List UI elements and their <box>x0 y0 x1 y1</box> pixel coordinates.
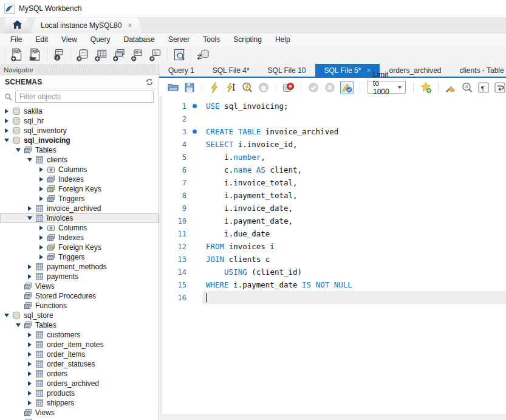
tree-item-products[interactable]: products <box>0 388 159 398</box>
chevron-down-icon[interactable] <box>4 137 10 143</box>
menu-item-help[interactable]: Help <box>268 35 297 44</box>
chevron-right-icon[interactable] <box>27 380 33 387</box>
code-line-11[interactable]: 11 i.due_date <box>159 227 506 240</box>
new-procedure-icon[interactable] <box>128 47 146 63</box>
menu-item-view[interactable]: View <box>55 35 84 44</box>
code-line-12[interactable]: 12FROM invoices i <box>159 240 506 253</box>
open-sql-script-icon[interactable]: SQL <box>26 47 44 63</box>
editor-tab-sql-file-5[interactable]: SQL File 5*× <box>315 64 380 77</box>
new-schema-icon[interactable] <box>74 47 92 63</box>
open-file-icon[interactable] <box>167 81 179 94</box>
refresh-icon[interactable] <box>145 78 154 86</box>
tree-item-invoices[interactable]: invoices <box>0 213 159 223</box>
editor-tab-sql-file-4[interactable]: SQL File 4* <box>203 64 259 77</box>
close-icon[interactable]: × <box>366 66 371 75</box>
tree-item-payment-methods[interactable]: payment_methods <box>0 262 159 272</box>
tree-item-clients[interactable]: clients <box>0 155 159 165</box>
sql-code-editor[interactable]: 1USE sql_invoicing;23CREATE TABLE invoic… <box>159 97 506 415</box>
home-tab[interactable] <box>3 18 31 33</box>
chevron-down-icon[interactable] <box>27 157 33 163</box>
new-sql-tab-icon[interactable]: SQL <box>8 47 26 63</box>
tree-item-triggers[interactable]: Triggers <box>0 252 159 262</box>
code-line-8[interactable]: 8 i.payment_total, <box>159 189 506 202</box>
menu-item-query[interactable]: Query <box>84 35 117 44</box>
connection-tab-close-icon[interactable]: × <box>128 21 132 30</box>
chevron-right-icon[interactable] <box>4 118 10 124</box>
tree-item-invoice-archived[interactable]: invoice_archived <box>0 204 159 213</box>
chevron-right-icon[interactable] <box>27 332 33 338</box>
filter-objects-input[interactable] <box>15 91 154 103</box>
chevron-right-icon[interactable] <box>38 254 44 260</box>
inspector-icon[interactable] <box>170 47 188 63</box>
rollback-icon[interactable] <box>324 81 336 94</box>
new-table-icon[interactable] <box>92 47 110 63</box>
chevron-right-icon[interactable] <box>38 235 44 241</box>
chevron-right-icon[interactable] <box>38 244 44 250</box>
tree-item-orders-archived[interactable]: orders_archived <box>0 379 159 388</box>
menu-item-edit[interactable]: Edit <box>29 35 55 44</box>
chevron-right-icon[interactable] <box>4 108 10 114</box>
chevron-right-icon[interactable] <box>38 167 44 173</box>
editor-tab-orders-archived[interactable]: orders_archived <box>380 64 450 77</box>
code-line-6[interactable]: 6 c.name AS client, <box>159 164 506 176</box>
code-line-7[interactable]: 7 i.invoice_total, <box>159 176 506 189</box>
chevron-right-icon[interactable] <box>38 176 44 182</box>
stop-icon[interactable] <box>258 81 270 94</box>
tree-item-partial[interactable] <box>0 418 159 420</box>
tree-item-foreign-keys[interactable]: Foreign Keys <box>0 243 159 252</box>
execute-current-icon[interactable] <box>225 81 237 94</box>
chevron-right-icon[interactable] <box>27 264 33 270</box>
save-icon[interactable] <box>183 81 196 94</box>
wrap-icon[interactable] <box>494 81 506 94</box>
chevron-right-icon[interactable] <box>38 186 44 192</box>
tree-item-shippers[interactable]: shippers <box>0 398 159 408</box>
tree-item-columns[interactable]: Columns <box>0 223 159 233</box>
chevron-down-icon[interactable] <box>4 312 10 318</box>
code-line-9[interactable]: 9 i.invoice_date, <box>159 202 506 215</box>
tree-item-functions[interactable]: Functions <box>0 301 159 311</box>
code-line-16[interactable]: 16 <box>159 291 506 304</box>
chevron-right-icon[interactable] <box>27 351 33 357</box>
tree-item-order-item-notes[interactable]: order_item_notes <box>0 340 159 349</box>
menu-item-tools[interactable]: Tools <box>196 35 227 44</box>
editor-tab-query-1[interactable]: Query 1 <box>159 64 203 77</box>
tree-item-payments[interactable]: payments <box>0 272 159 281</box>
chevron-right-icon[interactable] <box>38 225 44 231</box>
chevron-down-icon[interactable] <box>15 322 21 328</box>
connection-tab[interactable]: Local instance MySQL80 × <box>31 18 143 33</box>
chevron-right-icon[interactable] <box>4 128 10 134</box>
commit-icon[interactable] <box>307 81 320 94</box>
tree-item-tables[interactable]: Tables <box>0 320 159 330</box>
code-line-2[interactable]: 2 <box>159 112 506 125</box>
tree-item-views[interactable]: Views <box>0 408 159 418</box>
autocommit-icon[interactable] <box>340 81 354 94</box>
tree-item-sql-hr[interactable]: sql_hr <box>0 116 159 126</box>
editor-tab-clients-table[interactable]: clients - Table <box>451 64 506 77</box>
menu-item-file[interactable]: File <box>4 35 29 44</box>
code-line-15[interactable]: 15WHERE i.payment_date IS NOT NULL <box>159 278 506 291</box>
tree-item-sql-invoicing[interactable]: sql_invoicing <box>0 136 159 145</box>
tree-item-order-statuses[interactable]: order_statuses <box>0 359 159 369</box>
tree-item-views[interactable]: Views <box>0 281 159 291</box>
beautify-icon[interactable] <box>445 81 457 94</box>
execute-icon[interactable] <box>208 81 221 94</box>
explain-icon[interactable] <box>241 81 253 94</box>
code-line-4[interactable]: 4SELECT i.invoice_id, <box>159 138 506 151</box>
tree-item-tables[interactable]: Tables <box>0 145 159 155</box>
chevron-down-icon[interactable] <box>27 215 33 221</box>
code-line-1[interactable]: 1USE sql_invoicing; <box>159 100 506 112</box>
chevron-right-icon[interactable] <box>38 196 44 202</box>
code-line-10[interactable]: 10 i.payment_date, <box>159 215 506 227</box>
tree-item-indexes[interactable]: Indexes <box>0 174 159 184</box>
code-line-5[interactable]: 5 i.number, <box>159 151 506 164</box>
find-icon[interactable]: A <box>461 81 473 94</box>
connection-info-icon[interactable]: i <box>50 47 68 63</box>
tree-item-stored-procedures[interactable]: Stored Procedures <box>0 291 159 301</box>
invisibles-icon[interactable]: ¶ <box>477 81 490 94</box>
tree-item-sakila[interactable]: sakila <box>0 106 159 116</box>
stop-on-error-icon[interactable] <box>282 81 295 94</box>
code-line-14[interactable]: 14 USING (client_id) <box>159 266 506 278</box>
tree-item-orders[interactable]: orders <box>0 369 159 379</box>
tree-item-sql-inventory[interactable]: sql_inventory <box>0 126 159 136</box>
sync-database-icon[interactable] <box>194 47 212 63</box>
